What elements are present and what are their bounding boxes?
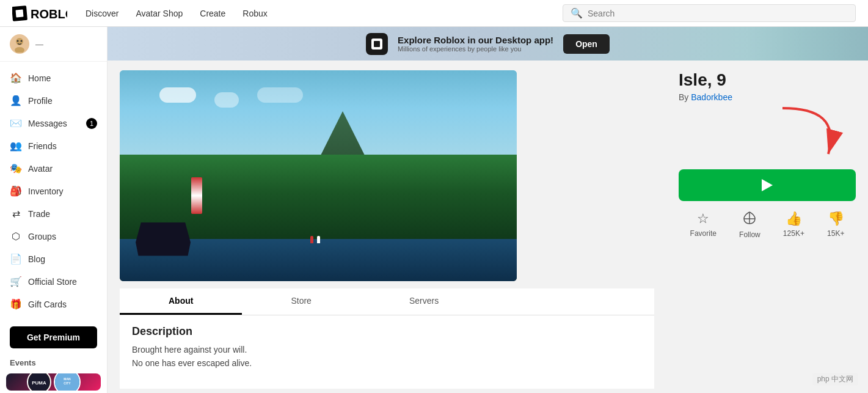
svg-text:ROBLOX: ROBLOX [31, 7, 67, 21]
like-button[interactable]: 👍 125K+ [783, 211, 804, 239]
sidebar-label-avatar: Avatar [28, 164, 53, 174]
roblox-desktop-icon [366, 33, 388, 55]
nav-avatar-shop[interactable]: Avatar Shop [136, 9, 183, 18]
search-input[interactable] [588, 9, 848, 18]
trade-icon: ⇄ [10, 208, 22, 219]
game-section: About Store Servers Description Brought … [108, 61, 868, 393]
sidebar: — 🏠 Home 👤 Profile ✉️ Messages 1 👥 Frien… [0, 27, 108, 393]
description-line-1: Brought here against your will. [132, 343, 642, 356]
banner-title: Explore Roblox in our Desktop app! [398, 35, 553, 45]
svg-point-5 [17, 40, 19, 42]
svg-point-6 [21, 40, 23, 42]
sidebar-item-profile[interactable]: 👤 Profile [0, 89, 107, 112]
tab-store[interactable]: Store [242, 288, 360, 315]
sidebar-item-official-store[interactable]: 🛒 Official Store [0, 270, 107, 293]
sidebar-item-home[interactable]: 🏠 Home [0, 67, 107, 89]
groups-icon: ⬡ [10, 230, 22, 242]
roblox-logo[interactable]: ROBLOX [12, 4, 67, 23]
follow-button[interactable]: Follow [739, 211, 760, 239]
game-screenshot [120, 70, 517, 281]
sidebar-label-gift-cards: Gift Cards [28, 299, 67, 309]
tab-servers[interactable]: Servers [360, 288, 487, 315]
thumbs-down-icon: 👎 [828, 211, 844, 227]
arrow-decoration [679, 114, 856, 163]
favorite-label: Favorite [690, 229, 717, 238]
red-arrow-icon [770, 102, 850, 163]
sidebar-item-inventory[interactable]: 🎒 Inventory [0, 180, 107, 202]
main-layout: — 🏠 Home 👤 Profile ✉️ Messages 1 👥 Frien… [0, 27, 868, 393]
puma-badge: PUMA [27, 373, 51, 391]
game-left-panel: About Store Servers Description Brought … [108, 61, 666, 393]
favorite-icon: ☆ [697, 211, 709, 227]
manchester-city-badge: MAN CITY [54, 373, 81, 391]
svg-text:MAN: MAN [64, 377, 71, 381]
description-line-2: No one has ever escaped alive. [132, 356, 642, 370]
svg-text:PUMA: PUMA [32, 380, 46, 386]
friends-icon: 👥 [10, 140, 22, 152]
main-content: Explore Roblox in our Desktop app! Milli… [108, 27, 868, 393]
sidebar-item-blog[interactable]: 📄 Blog [0, 248, 107, 270]
messages-icon: ✉️ [10, 117, 22, 129]
messages-badge: 1 [86, 118, 97, 129]
desktop-app-banner: Explore Roblox in our Desktop app! Milli… [108, 27, 868, 61]
dislike-count: 15K+ [827, 229, 844, 238]
php-watermark: php 中文网 [812, 373, 858, 386]
store-icon: 🛒 [10, 276, 22, 287]
game-actions: ☆ Favorite Follow [679, 211, 856, 239]
game-tabs: About Store Servers [120, 288, 654, 315]
svg-text:CITY: CITY [64, 381, 71, 385]
search-icon: 🔍 [571, 7, 583, 19]
thumbs-up-icon: 👍 [786, 211, 802, 227]
follow-label: Follow [739, 230, 760, 239]
sidebar-label-groups: Groups [28, 232, 56, 241]
author-link[interactable]: Badorkbee [691, 92, 732, 102]
cloud-2 [214, 92, 239, 108]
shore-figures [310, 236, 320, 243]
nav-discover[interactable]: Discover [86, 9, 119, 18]
username: — [35, 40, 43, 49]
sidebar-item-friends[interactable]: 👥 Friends [0, 134, 107, 157]
sidebar-item-groups[interactable]: ⬡ Groups [0, 225, 107, 248]
get-premium-button[interactable]: Get Premium [10, 326, 97, 348]
sidebar-label-messages: Messages [28, 119, 67, 128]
game-right-panel: Isle, 9 By Badorkbee [666, 61, 868, 393]
cloud-3 [257, 87, 303, 103]
follow-icon [742, 211, 757, 228]
top-navigation: ROBLOX Discover Avatar Shop Create Robux… [0, 0, 868, 27]
play-icon [762, 179, 773, 191]
svg-rect-1 [15, 9, 23, 17]
game-author: By Badorkbee [679, 92, 856, 102]
nav-robux[interactable]: Robux [243, 9, 267, 18]
sidebar-item-gift-cards[interactable]: 🎁 Gift Cards [0, 293, 107, 315]
cloud-1 [159, 87, 196, 103]
open-desktop-button[interactable]: Open [563, 34, 610, 54]
profile-icon: 👤 [10, 95, 22, 106]
banner-text: Explore Roblox in our Desktop app! Milli… [398, 35, 553, 53]
nav-create[interactable]: Create [200, 9, 225, 18]
dislike-button[interactable]: 👎 15K+ [827, 211, 844, 239]
banner-subtitle: Millions of experiences by people like y… [398, 45, 553, 53]
game-tab-content: Description Brought here against your wi… [120, 315, 654, 389]
tab-about[interactable]: About [120, 288, 242, 315]
sidebar-label-trade: Trade [28, 209, 50, 219]
lighthouse [191, 177, 202, 214]
sidebar-item-trade[interactable]: ⇄ Trade [0, 202, 107, 225]
favorite-button[interactable]: ☆ Favorite [690, 211, 717, 239]
sidebar-item-messages[interactable]: ✉️ Messages 1 [0, 112, 107, 134]
sky-layer [120, 70, 517, 165]
nav-links: Discover Avatar Shop Create Robux [86, 9, 268, 18]
game-title: Isle, 9 [679, 70, 856, 90]
user-section: — [0, 27, 107, 62]
blog-icon: 📄 [10, 253, 22, 265]
search-bar[interactable]: 🔍 [563, 4, 856, 22]
play-button[interactable] [679, 169, 856, 201]
sidebar-item-avatar[interactable]: 🎭 Avatar [0, 157, 107, 180]
events-label: Events [0, 354, 107, 371]
events-banner[interactable]: PUMA MAN CITY [6, 373, 101, 391]
description-title: Description [132, 325, 642, 338]
inventory-icon: 🎒 [10, 185, 22, 197]
like-count: 125K+ [783, 229, 804, 238]
gift-icon: 🎁 [10, 298, 22, 310]
clouds-layer [159, 87, 303, 108]
sidebar-label-inventory: Inventory [28, 186, 64, 196]
